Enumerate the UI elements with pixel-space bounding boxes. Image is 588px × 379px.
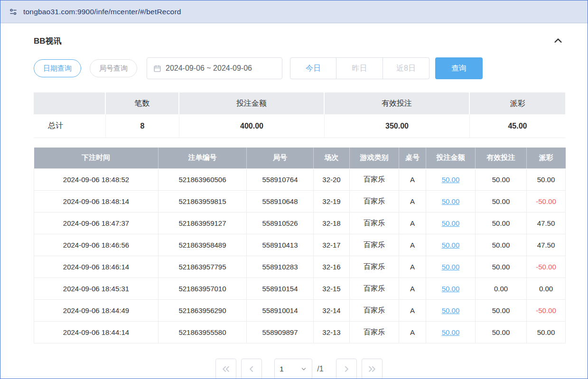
table-row: 2024-09-06 18:48:14 521863959815 5589106…	[34, 190, 566, 212]
quick-range-group: 今日 昨日 近8日	[290, 57, 429, 79]
game-type-cell: 百家乐	[350, 212, 399, 234]
bet-amount-cell: 50.00	[426, 168, 476, 190]
table-row: 2024-09-06 18:45:31 521863957010 5589101…	[34, 277, 566, 299]
bet-amount-cell: 50.00	[426, 190, 476, 212]
page-total-label: /1	[317, 365, 323, 373]
summary-count-value: 8	[106, 114, 179, 138]
bet-record-panel: BB视讯 日期查询 局号查询 2024-09-06 ~ 2024-09-06 今…	[0, 23, 588, 379]
summary-header-bet-amount: 投注金额	[179, 92, 325, 114]
bet-amount-link[interactable]: 50.00	[442, 328, 460, 336]
double-chevron-left-icon	[221, 364, 231, 374]
valid-bet-cell: 50.00	[476, 299, 527, 321]
date-range-value: 2024-09-06 ~ 2024-09-06	[166, 64, 252, 73]
page-select-value: 1	[280, 365, 283, 373]
payout-cell: -50.00	[527, 190, 566, 212]
summary-total-label: 总计	[34, 114, 106, 138]
summary-header-valid-bet: 有效投注	[325, 92, 470, 114]
header-bet-time: 下注时间	[34, 148, 159, 168]
table-row: 2024-09-06 18:44:49 521863956290 5589100…	[34, 299, 566, 321]
payout-cell: 0.00	[527, 277, 566, 299]
prev-page-button[interactable]	[241, 359, 262, 379]
site-settings-icon[interactable]	[9, 8, 18, 16]
collapse-panel-button[interactable]	[552, 35, 564, 47]
session-cell: 32-20	[314, 168, 350, 190]
next-page-button[interactable]	[336, 359, 357, 379]
bet-time-cell: 2024-09-06 18:48:14	[34, 190, 159, 212]
pagination: 1 /1	[34, 359, 564, 379]
session-cell: 32-19	[314, 190, 350, 212]
bet-amount-cell: 50.00	[426, 299, 476, 321]
summary-header-row: 笔数 投注金额 有效投注 派彩	[34, 92, 565, 114]
browser-window: tongbao31.com:9900/infe/mcenter/#/betRec…	[0, 0, 588, 379]
double-chevron-right-icon	[367, 364, 377, 374]
session-cell: 32-14	[314, 299, 350, 321]
last-8-days-button[interactable]: 近8日	[383, 57, 429, 79]
today-button[interactable]: 今日	[290, 57, 336, 79]
summary-payout-value: 45.00	[470, 114, 565, 138]
bet-time-cell: 2024-09-06 18:46:56	[34, 234, 159, 256]
date-query-tab[interactable]: 日期查询	[34, 59, 81, 77]
game-type-cell: 百家乐	[350, 256, 399, 277]
payout-cell: -50.00	[527, 299, 566, 321]
round-no-cell: 558910764	[247, 168, 314, 190]
round-no-cell: 558910413	[247, 234, 314, 256]
game-type-cell: 百家乐	[350, 277, 399, 299]
bet-amount-link[interactable]: 50.00	[442, 241, 460, 249]
bet-amount-link[interactable]: 50.00	[442, 219, 460, 227]
calendar-icon	[153, 65, 161, 73]
header-game-type: 游戏类别	[350, 148, 399, 168]
bet-time-cell: 2024-09-06 18:44:14	[34, 321, 159, 343]
page-select[interactable]: 1	[274, 359, 312, 379]
summary-valid-bet-value: 350.00	[325, 114, 470, 138]
summary-header-count: 笔数	[106, 92, 179, 114]
session-cell: 32-13	[314, 321, 350, 343]
bet-time-cell: 2024-09-06 18:48:52	[34, 168, 159, 190]
last-page-button[interactable]	[362, 359, 383, 379]
chevron-down-icon	[300, 366, 307, 372]
address-bar[interactable]: tongbao31.com:9900/infe/mcenter/#/betRec…	[0, 0, 588, 23]
game-type-cell: 百家乐	[350, 168, 399, 190]
bet-time-cell: 2024-09-06 18:45:31	[34, 277, 159, 299]
bet-amount-link[interactable]: 50.00	[442, 197, 460, 205]
table-no-cell: A	[399, 168, 426, 190]
game-type-cell: 百家乐	[350, 321, 399, 343]
order-no-cell: 521863959815	[159, 190, 247, 212]
session-cell: 32-16	[314, 256, 350, 277]
filter-bar: 日期查询 局号查询 2024-09-06 ~ 2024-09-06 今日 昨日 …	[34, 57, 564, 79]
order-no-cell: 521863960506	[159, 168, 247, 190]
url-text[interactable]: tongbao31.com:9900/infe/mcenter/#/betRec…	[23, 8, 181, 16]
table-no-cell: A	[399, 321, 426, 343]
panel-header: BB视讯	[34, 23, 564, 47]
bet-amount-link[interactable]: 50.00	[442, 306, 460, 314]
header-round-no: 局号	[247, 148, 314, 168]
bet-amount-link[interactable]: 50.00	[442, 285, 460, 293]
first-page-button[interactable]	[215, 359, 236, 379]
table-row: 2024-09-06 18:46:56 521863958489 5589104…	[34, 234, 566, 256]
payout-cell: 47.50	[527, 212, 566, 234]
order-no-cell: 521863957795	[159, 256, 247, 277]
header-order-no: 注单编号	[159, 148, 247, 168]
round-no-cell: 558910648	[247, 190, 314, 212]
table-header-row: 下注时间 注单编号 局号 场次 游戏类别 桌号 投注金额 有效投注 派彩	[34, 148, 566, 168]
round-query-tab[interactable]: 局号查询	[90, 59, 137, 77]
valid-bet-cell: 50.00	[476, 168, 527, 190]
date-range-input[interactable]: 2024-09-06 ~ 2024-09-06	[147, 57, 282, 79]
valid-bet-cell: 0.00	[476, 277, 527, 299]
bet-time-cell: 2024-09-06 18:46:14	[34, 256, 159, 277]
payout-cell: -50.00	[527, 256, 566, 277]
page-title: BB视讯	[34, 36, 62, 46]
bet-time-cell: 2024-09-06 18:47:37	[34, 212, 159, 234]
table-no-cell: A	[399, 299, 426, 321]
chevron-up-icon	[553, 40, 563, 47]
order-no-cell: 521863957010	[159, 277, 247, 299]
round-no-cell: 558910526	[247, 212, 314, 234]
yesterday-button[interactable]: 昨日	[336, 57, 383, 79]
bet-amount-link[interactable]: 50.00	[442, 176, 460, 184]
session-cell: 32-18	[314, 212, 350, 234]
table-row: 2024-09-06 18:44:14 521863955580 5589098…	[34, 321, 566, 343]
valid-bet-cell: 50.00	[476, 234, 527, 256]
search-button[interactable]: 查询	[435, 57, 483, 79]
order-no-cell: 521863959127	[159, 212, 247, 234]
bet-amount-link[interactable]: 50.00	[442, 263, 460, 271]
round-no-cell: 558910154	[247, 277, 314, 299]
